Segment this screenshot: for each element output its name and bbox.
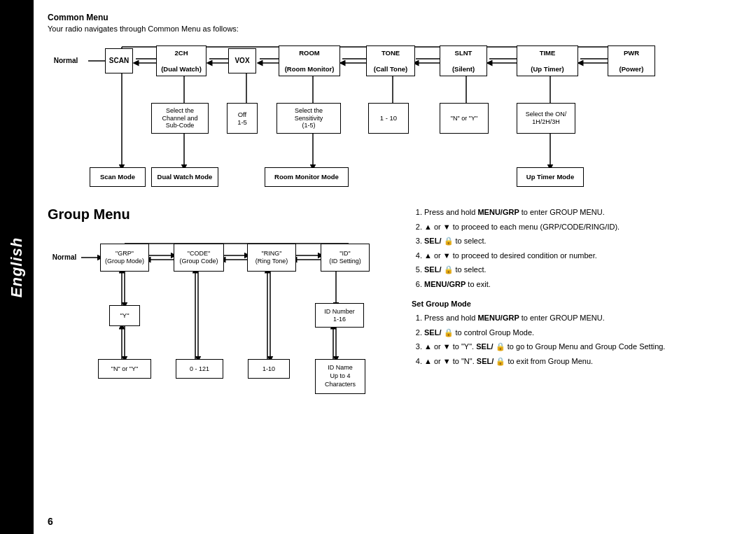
sidebar-label: English xyxy=(8,237,26,297)
group-box-grp: "GRP"(Group Mode) xyxy=(100,244,149,272)
box-room: ROOM(Room Monitor) xyxy=(279,45,340,76)
step-5: SEL/ 🔒 to select. xyxy=(424,264,742,276)
step-3: SEL/ 🔒 to select. xyxy=(424,235,742,248)
group-box-0to121: 0 - 121 xyxy=(176,359,223,379)
box-scan: SCAN xyxy=(105,48,133,73)
group-box-idname: ID NameUp to 4Characters xyxy=(315,359,365,394)
box-up-timer-mode: Up Timer Mode xyxy=(517,167,584,187)
box-2ch: 2CH(Dual Watch) xyxy=(156,45,206,76)
step-6: MENU/GRP to exit. xyxy=(424,279,742,291)
box-1to10: 1 - 10 xyxy=(368,103,409,134)
group-box-idnum: ID Number1-16 xyxy=(315,303,364,328)
sidebar: English xyxy=(0,0,34,534)
box-pwr: PWR(Power) xyxy=(608,45,655,76)
bottom-section: Group Menu xyxy=(48,206,742,512)
box-time: TIME(Up Timer) xyxy=(517,45,578,76)
common-menu-section: Common Menu Your radio navigates through… xyxy=(48,13,742,206)
group-box-nory: "N" or "Y" xyxy=(98,359,151,379)
box-select-on: Select the ON/1H/2H/3H xyxy=(517,103,575,134)
common-menu-title: Common Menu xyxy=(48,13,742,22)
instructions-panel: Press and hold MENU/GRP to enter GROUP M… xyxy=(412,206,742,512)
group-flow-diagram: Normal "GRP"(Group Mode) "CODE"(Group Co… xyxy=(48,230,398,426)
main-steps-list: Press and hold MENU/GRP to enter GROUP M… xyxy=(412,206,742,291)
common-flow-diagram: Normal SCAN 2CH(Dual Watch) VOX ROOM(Roo… xyxy=(48,40,742,194)
group-box-y: "Y" xyxy=(109,305,140,326)
group-box-ring: "RING"(Ring Tone) xyxy=(247,244,296,272)
box-select-sens: Select theSensitivity(1-5) xyxy=(276,103,341,134)
common-menu-desc: Your radio navigates through Common Menu… xyxy=(48,24,742,33)
group-box-1to10: 1-10 xyxy=(248,359,290,379)
set-step-3: ▲ or ▼ to "Y". SEL/ 🔒 to go to Group Men… xyxy=(424,341,742,353)
box-scan-mode: Scan Mode xyxy=(90,167,146,187)
step-4: ▲ or ▼ to proceed to desired condition o… xyxy=(424,250,742,262)
set-step-2: SEL/ 🔒 to control Group Mode. xyxy=(424,327,742,339)
box-vox: VOX xyxy=(228,48,256,73)
main-content: Common Menu Your radio navigates through… xyxy=(34,0,756,534)
group-menu-title: Group Menu xyxy=(48,206,398,223)
box-n-or-y: "N" or "Y" xyxy=(440,103,489,134)
set-step-1: Press and hold MENU/GRP to enter GROUP M… xyxy=(424,312,742,325)
box-normal: Normal xyxy=(48,52,84,69)
box-dual-watch-mode: Dual Watch Mode xyxy=(151,167,218,187)
box-select-ch: Select theChannel andSub-Code xyxy=(151,103,209,134)
set-group-steps-list: Press and hold MENU/GRP to enter GROUP M… xyxy=(412,312,742,367)
box-slnt: SLNT(Silent) xyxy=(440,45,487,76)
step-2: ▲ or ▼ to proceed to each menu (GRP/CODE… xyxy=(424,221,742,234)
group-box-normal: Normal xyxy=(48,248,81,267)
set-step-4: ▲ or ▼ to "N". SEL/ 🔒 to exit from Group… xyxy=(424,356,742,368)
box-off15: Off1-5 xyxy=(227,103,258,134)
box-tone: TONE(Call Tone) xyxy=(366,45,415,76)
group-box-id: "ID"(ID Setting) xyxy=(321,244,370,272)
page-number: 6 xyxy=(48,512,742,527)
step-1: Press and hold MENU/GRP to enter GROUP M… xyxy=(424,206,742,219)
box-room-monitor-mode: Room Monitor Mode xyxy=(265,167,349,187)
set-group-mode-title: Set Group Mode xyxy=(412,298,742,311)
group-box-code: "CODE"(Group Code) xyxy=(174,244,224,272)
